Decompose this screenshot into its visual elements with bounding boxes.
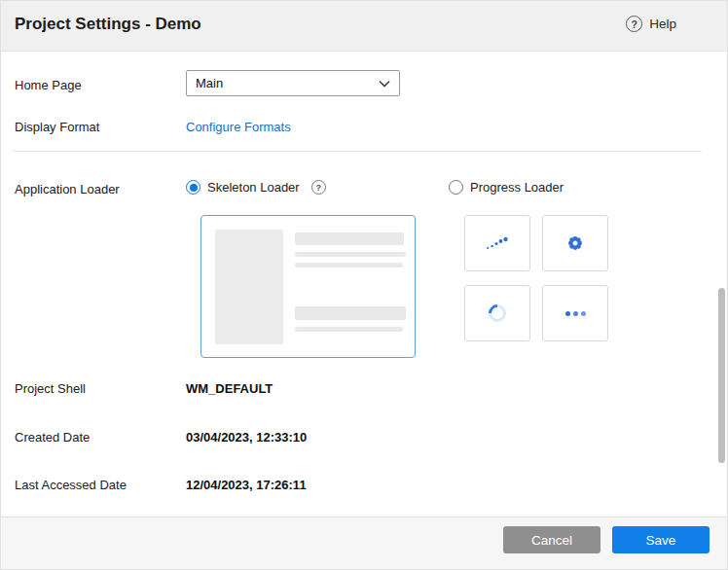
progress-loader-option-label: Progress Loader [470,180,564,195]
footer: Cancel Save [1,517,728,570]
skeleton-block [215,230,283,344]
help-icon: ? [626,16,642,32]
skeleton-line [295,306,406,320]
header: Project Settings - Demo ? Help [1,1,728,52]
save-button[interactable]: Save [612,526,710,553]
configure-formats-link[interactable]: Configure Formats [186,120,291,134]
progress-loader-style-3[interactable] [464,285,530,341]
skeleton-loader-option-label: Skeleton Loader [207,180,300,195]
ring-spinner-icon [485,301,509,325]
skeleton-loader-preview [200,215,416,358]
divider [13,151,702,152]
skeleton-line [295,232,404,245]
skeleton-loader-radio [186,180,200,195]
project-shell-value: WM_DEFAULT [186,381,273,396]
created-date-label: Created Date [15,430,90,445]
cancel-button[interactable]: Cancel [503,526,601,553]
skeleton-loader-option[interactable]: Skeleton Loader ? [186,180,326,195]
home-page-selected-value: Main [196,76,223,90]
scrollbar-thumb[interactable] [718,288,725,463]
display-format-label: Display Format [15,120,99,134]
radio-dot [190,184,198,192]
help-button[interactable]: ? Help [626,16,676,32]
skeleton-line [295,263,403,267]
progress-loader-style-1[interactable] [464,215,530,271]
project-settings-page: Project Settings - Demo ? Help Home Page… [0,0,728,570]
skeleton-loader-help-icon[interactable]: ? [311,180,326,195]
progress-loader-style-2[interactable] [542,215,608,271]
last-accessed-date-value: 12/04/2023, 17:26:11 [186,478,307,492]
skeleton-line [295,327,403,332]
flower-spinner-icon [566,234,584,252]
created-date-value: 03/04/2023, 12:33:10 [186,430,307,445]
progress-loader-radio [449,180,463,195]
help-label: Help [649,17,676,31]
progress-loader-style-4[interactable] [542,285,608,341]
home-page-label: Home Page [15,78,82,92]
progress-loader-option[interactable]: Progress Loader [449,180,564,195]
project-shell-label: Project Shell [15,381,86,396]
skeleton-line [295,252,406,257]
chevron-down-icon [379,80,390,88]
last-accessed-date-label: Last Accessed Date [15,478,127,492]
dots-wave-spinner-icon [486,235,509,251]
home-page-select[interactable]: Main [186,70,400,96]
application-loader-label: Application Loader [15,182,120,196]
three-dots-spinner-icon [565,311,586,316]
page-title: Project Settings - Demo [15,15,201,34]
